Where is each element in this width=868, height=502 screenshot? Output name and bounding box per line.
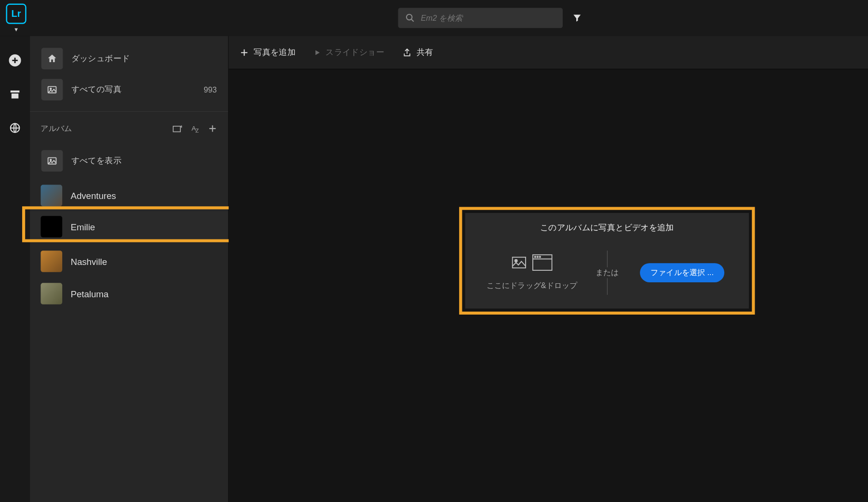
- app-menu[interactable]: Lr ▼: [6, 3, 26, 32]
- dropzone-drag-text: ここにドラッグ&ドロップ: [487, 280, 577, 291]
- sidebar-item-show-all[interactable]: すべてを表示: [30, 145, 227, 177]
- sidebar: ダッシュボード すべての写真 993 アルバム AZ: [30, 36, 229, 502]
- search-box[interactable]: [398, 8, 563, 28]
- dropzone-or-text: または: [592, 267, 622, 278]
- album-label: Petaluma: [70, 289, 108, 299]
- left-rail: [0, 36, 30, 502]
- album-thumbnail: [41, 251, 62, 272]
- album-label: Emilie: [70, 222, 95, 232]
- dropzone-highlight: このアルバムに写真とビデオを追加 ここにドラッグ&ドロップ: [459, 207, 755, 315]
- plus-icon: [240, 48, 249, 57]
- search-input[interactable]: [421, 13, 556, 23]
- svg-rect-6: [12, 93, 18, 98]
- select-files-button[interactable]: ファイルを選択 ...: [640, 263, 725, 282]
- window-icon: [532, 254, 552, 271]
- share-icon: [402, 48, 412, 57]
- play-icon: [313, 49, 321, 56]
- button-label: 写真を追加: [254, 47, 296, 57]
- sidebar-item-all-photos[interactable]: すべての写真 993: [30, 74, 227, 106]
- svg-rect-19: [512, 257, 525, 268]
- sidebar-item-label: すべての写真: [71, 84, 204, 95]
- dropzone[interactable]: このアルバムに写真とビデオを追加 ここにドラッグ&ドロップ: [465, 213, 749, 309]
- funnel-icon: [572, 13, 582, 23]
- filter-button[interactable]: [572, 13, 582, 23]
- button-label: スライドショー: [326, 47, 384, 57]
- album-item-emilie[interactable]: Emilie: [30, 211, 228, 242]
- svg-point-16: [50, 159, 52, 161]
- plus-circle-icon: [8, 54, 21, 67]
- home-icon: [41, 48, 63, 69]
- library-button[interactable]: [9, 89, 21, 101]
- button-label: 共有: [417, 47, 434, 57]
- album-list: すべてを表示 Adventures Emilie: [30, 145, 228, 309]
- add-photos-button[interactable]: 写真を追加: [240, 47, 296, 57]
- album-item-adventures[interactable]: Adventures: [30, 180, 228, 211]
- sidebar-item-dashboard[interactable]: ダッシュボード: [30, 43, 227, 74]
- slideshow-button[interactable]: スライドショー: [313, 47, 384, 57]
- svg-point-9: [50, 88, 52, 90]
- album-label: Adventures: [70, 190, 116, 200]
- album-item-nashville[interactable]: Nashville: [30, 246, 228, 277]
- dropzone-title: このアルバムに写真とビデオを追加: [540, 223, 674, 233]
- new-folder-button[interactable]: [173, 124, 182, 132]
- sidebar-item-label: ダッシュボード: [71, 53, 217, 64]
- image-icon: [512, 257, 526, 269]
- search-icon: [405, 13, 415, 23]
- album-thumbnail: [41, 216, 62, 238]
- canvas: このアルバムに写真とビデオを追加 ここにドラッグ&ドロップ: [229, 69, 868, 502]
- svg-point-25: [539, 256, 540, 257]
- svg-point-23: [534, 256, 535, 257]
- image-icon: [41, 150, 63, 172]
- main-panel: 写真を追加 スライドショー 共有 このアルバムに写真とビデオを追加: [229, 36, 868, 502]
- album-item-petaluma[interactable]: Petaluma: [30, 278, 228, 309]
- image-icon: [41, 79, 63, 101]
- add-album-button[interactable]: [208, 124, 217, 133]
- share-button[interactable]: 共有: [402, 47, 434, 57]
- svg-point-24: [537, 256, 538, 257]
- album-thumbnail: [41, 283, 62, 304]
- sort-az-icon: AZ: [191, 125, 198, 132]
- lightroom-logo: Lr: [6, 3, 26, 24]
- svg-point-0: [407, 14, 412, 20]
- svg-rect-5: [11, 91, 20, 92]
- albums-section-header: アルバム AZ: [30, 112, 228, 145]
- chevron-down-icon: ▼: [14, 26, 19, 32]
- dropzone-divider: または: [592, 249, 622, 296]
- discover-button[interactable]: [9, 122, 21, 134]
- logo-text: Lr: [12, 8, 21, 19]
- add-button[interactable]: [8, 54, 21, 67]
- svg-point-20: [515, 260, 517, 262]
- svg-line-1: [411, 19, 414, 22]
- top-bar: Lr ▼: [0, 0, 868, 36]
- svg-rect-10: [173, 126, 180, 132]
- section-title: アルバム: [41, 123, 163, 134]
- folder-plus-icon: [173, 124, 182, 132]
- dropzone-drag-area[interactable]: ここにドラッグ&ドロップ: [472, 254, 592, 291]
- sort-button[interactable]: AZ: [191, 123, 198, 133]
- globe-icon: [9, 122, 21, 134]
- album-thumbnail: [41, 185, 62, 207]
- photo-count: 993: [203, 85, 217, 94]
- archive-icon: [9, 89, 21, 101]
- plus-icon: [208, 124, 217, 133]
- sidebar-item-label: すべてを表示: [71, 156, 217, 166]
- album-label: Nashville: [70, 256, 107, 266]
- main-toolbar: 写真を追加 スライドショー 共有: [229, 36, 868, 69]
